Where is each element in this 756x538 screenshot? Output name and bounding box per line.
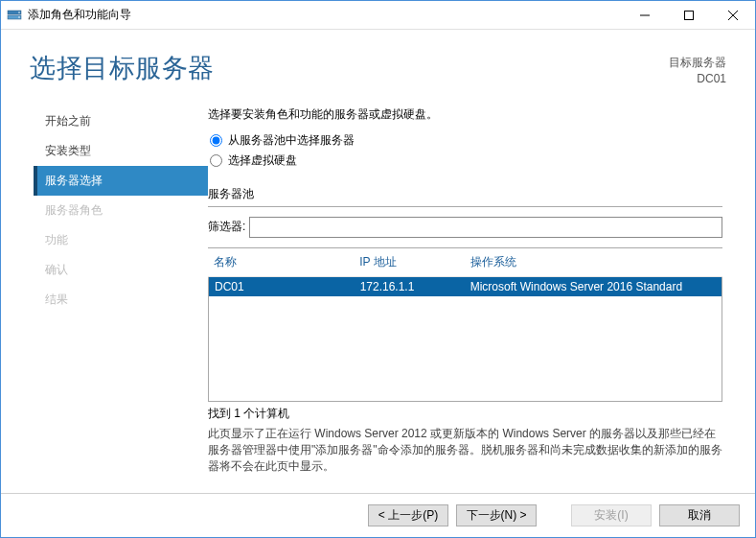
- filter-input[interactable]: [249, 217, 722, 238]
- sidebar-item-server-roles: 服务器角色: [34, 196, 208, 225]
- minimize-button[interactable]: [623, 1, 667, 30]
- server-table: 名称 IP 地址 操作系统 DC01 172.16.1.1 Microsoft …: [208, 247, 722, 402]
- sidebar-item-before-you-begin[interactable]: 开始之前: [34, 106, 208, 136]
- table-body[interactable]: DC01 172.16.1.1 Microsoft Windows Server…: [208, 277, 722, 402]
- maximize-button[interactable]: [667, 1, 711, 30]
- main-panel: 选择要安装角色和功能的服务器或虚拟硬盘。 从服务器池中选择服务器 选择虚拟硬盘 …: [208, 106, 726, 493]
- svg-rect-4: [685, 11, 694, 19]
- target-server-value: DC01: [669, 71, 726, 87]
- server-pool-area: 筛选器: 名称 IP 地址 操作系统 DC01 172.16.1.1: [208, 206, 722, 476]
- filter-label: 筛选器:: [208, 219, 245, 235]
- radio-select-vhd-label: 选择虚拟硬盘: [228, 152, 297, 169]
- cell-ip: 172.16.1.1: [360, 280, 470, 293]
- cell-os: Microsoft Windows Server 2016 Standard: [470, 280, 716, 293]
- column-header-ip[interactable]: IP 地址: [359, 254, 470, 270]
- sidebar-item-confirm: 确认: [34, 255, 208, 285]
- radio-select-from-pool-label: 从服务器池中选择服务器: [228, 132, 355, 149]
- sidebar-item-server-selection[interactable]: 服务器选择: [34, 166, 208, 196]
- found-count-text: 找到 1 个计算机: [208, 406, 722, 422]
- column-header-os[interactable]: 操作系统: [470, 254, 717, 270]
- svg-point-3: [18, 16, 20, 18]
- page-header: 选择目标服务器 目标服务器 DC01: [30, 51, 726, 87]
- svg-point-2: [18, 12, 20, 13]
- install-button: 安装(I): [571, 504, 652, 526]
- help-text: 此页显示了正在运行 Windows Server 2012 或更新版本的 Win…: [208, 426, 722, 476]
- close-button[interactable]: [711, 1, 755, 30]
- column-header-name[interactable]: 名称: [214, 254, 359, 270]
- radio-select-vhd-input[interactable]: [210, 154, 222, 167]
- sidebar-item-results: 结果: [34, 285, 208, 315]
- radio-select-from-pool[interactable]: 从服务器池中选择服务器: [208, 132, 722, 149]
- server-manager-icon: [7, 8, 22, 23]
- radio-select-from-pool-input[interactable]: [210, 134, 222, 147]
- previous-button[interactable]: < 上一步(P): [368, 504, 448, 526]
- next-button[interactable]: 下一步(N) >: [456, 504, 537, 526]
- filter-row: 筛选器:: [208, 217, 722, 238]
- instruction-text: 选择要安装角色和功能的服务器或虚拟硬盘。: [208, 106, 722, 123]
- table-row[interactable]: DC01 172.16.1.1 Microsoft Windows Server…: [209, 277, 722, 296]
- content-area: 选择目标服务器 目标服务器 DC01 开始之前 安装类型 服务器选择 服务器角色…: [1, 30, 755, 493]
- sidebar-item-install-type[interactable]: 安装类型: [34, 136, 208, 166]
- wizard-window: 添加角色和功能向导 选择目标服务器 目标服务器 DC01 开始之前 安装类型 服…: [0, 0, 756, 538]
- wizard-steps-sidebar: 开始之前 安装类型 服务器选择 服务器角色 功能 确认 结果: [34, 106, 208, 493]
- target-server-label: 目标服务器: [669, 55, 726, 71]
- table-header: 名称 IP 地址 操作系统: [208, 247, 722, 277]
- target-server-info: 目标服务器 DC01: [669, 51, 726, 87]
- page-title: 选择目标服务器: [30, 51, 215, 85]
- cancel-button[interactable]: 取消: [659, 504, 740, 526]
- window-title: 添加角色和功能向导: [28, 7, 131, 23]
- server-pool-label: 服务器池: [208, 186, 722, 202]
- cell-name: DC01: [215, 280, 360, 293]
- wizard-footer: < 上一步(P) 下一步(N) > 安装(I) 取消: [1, 493, 755, 537]
- sidebar-item-features: 功能: [34, 225, 208, 255]
- radio-select-vhd[interactable]: 选择虚拟硬盘: [208, 152, 722, 169]
- title-bar: 添加角色和功能向导: [1, 1, 755, 30]
